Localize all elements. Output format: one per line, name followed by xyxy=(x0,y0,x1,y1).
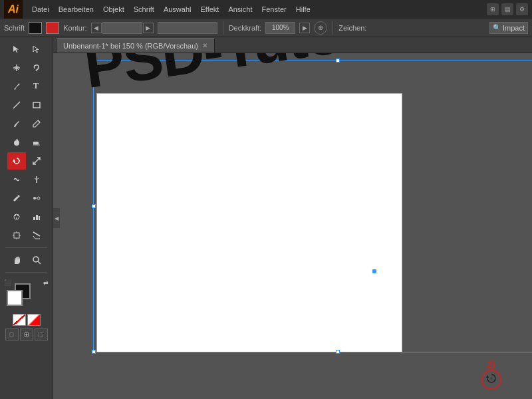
handle-bl[interactable] xyxy=(92,350,96,354)
anchor-point xyxy=(372,269,376,273)
handle-ml[interactable] xyxy=(92,204,96,208)
font-highlight-swatch[interactable] xyxy=(46,22,59,34)
arrange-icon[interactable]: ▤ xyxy=(501,3,513,15)
svg-rect-7 xyxy=(33,102,40,108)
tool-row-6 xyxy=(3,134,50,151)
line-tool[interactable] xyxy=(7,96,26,114)
kontur-arrow-right[interactable]: ▶ xyxy=(143,23,154,33)
separator-2 xyxy=(332,21,333,35)
toolbar-separator xyxy=(5,247,47,248)
tab-label: Unbenannt-1* bei 150 % (RGB/Vorschau) xyxy=(63,42,198,50)
workspace-icon[interactable]: ⊞ xyxy=(487,3,499,15)
artboard xyxy=(96,93,402,352)
menu-objekt[interactable]: Objekt xyxy=(99,4,128,15)
canvas-area: ◀ Unbenannt-1* bei 150 % (RGB/Vorschau) … xyxy=(53,37,532,399)
kontur-arrow-left[interactable]: ◀ xyxy=(91,23,102,33)
menu-ansicht[interactable]: Ansicht xyxy=(224,4,256,15)
pen-tool[interactable] xyxy=(7,78,26,95)
canvas[interactable]: PSD-Tutorial 2) xyxy=(53,53,532,399)
svg-point-38 xyxy=(490,377,493,380)
reset-colors-icon[interactable]: ⬛ xyxy=(4,279,11,286)
svg-rect-23 xyxy=(33,217,35,220)
svg-point-35 xyxy=(33,257,39,262)
draw-inside-icon[interactable]: ⊞ xyxy=(20,329,33,340)
blend-tool[interactable] xyxy=(27,190,46,207)
svg-point-9 xyxy=(14,140,19,146)
zoom-tool[interactable] xyxy=(27,251,46,269)
rect-tool[interactable] xyxy=(27,96,46,114)
svg-rect-25 xyxy=(39,216,40,220)
tool-row-10 xyxy=(3,208,50,225)
svg-line-31 xyxy=(33,232,40,236)
menu-effekt[interactable]: Effekt xyxy=(196,4,223,15)
menu-datei[interactable]: Datei xyxy=(28,4,53,15)
deckkraft-arrow[interactable]: ▶ xyxy=(299,23,310,33)
lasso-tool[interactable] xyxy=(27,59,46,76)
svg-point-4 xyxy=(18,84,19,85)
rotate-tool[interactable] xyxy=(7,152,26,170)
bridge-icon[interactable]: ⚙ xyxy=(516,3,528,15)
tool-row-2 xyxy=(3,59,50,76)
options-bar: Schrift Kontur: ◀ ▶ Deckkraft: ▶ ⊕ Zeich… xyxy=(0,19,532,37)
eyedropper-tool[interactable] xyxy=(7,190,26,207)
artboard-tool[interactable] xyxy=(7,227,26,244)
swap-colors-icon[interactable]: ⇄ xyxy=(43,279,49,286)
toolbar: T xyxy=(0,37,53,399)
eraser-tool[interactable] xyxy=(27,134,46,151)
type-tool[interactable]: T xyxy=(27,78,46,95)
menu-fenster[interactable]: Fenster xyxy=(257,4,290,15)
tool-row-1 xyxy=(3,41,50,58)
svg-point-21 xyxy=(17,215,19,216)
tab-close-button[interactable]: ✕ xyxy=(202,42,207,49)
font-size-dropdown[interactable] xyxy=(158,22,217,34)
warp-tool[interactable] xyxy=(7,171,26,188)
tool-row-9 xyxy=(3,190,50,207)
menu-schrift[interactable]: Schrift xyxy=(130,4,158,15)
kontur-dropdown[interactable] xyxy=(102,22,142,34)
svg-rect-26 xyxy=(14,233,19,238)
draw-mode-row: □ ⊞ ⬚ xyxy=(0,329,53,340)
scale-tool[interactable] xyxy=(27,152,46,170)
rotate-cursor-icon xyxy=(485,372,498,388)
svg-text:T: T xyxy=(33,81,39,90)
color-swatches-area: ⬛ ⇄ xyxy=(0,278,53,310)
width-tool[interactable] xyxy=(27,171,46,188)
style-button[interactable]: ⊕ xyxy=(314,21,327,35)
slice-tool[interactable] xyxy=(27,227,46,244)
menu-auswahl[interactable]: Auswahl xyxy=(160,4,196,15)
paintbrush-tool[interactable] xyxy=(7,115,26,132)
blob-brush-tool[interactable] xyxy=(7,134,26,151)
tool-row-5 xyxy=(3,115,50,132)
search-icon: 🔍 xyxy=(493,24,501,31)
column-graph-tool[interactable] xyxy=(27,208,46,225)
menu-bar: Datei Bearbeiten Objekt Schrift Auswahl … xyxy=(28,4,481,15)
menu-hilfe[interactable]: Hilfe xyxy=(292,4,315,15)
magic-wand-tool[interactable] xyxy=(7,59,26,76)
hand-tool[interactable] xyxy=(7,251,26,269)
svg-point-16 xyxy=(33,197,36,200)
svg-point-17 xyxy=(37,197,40,200)
font-color-swatch[interactable] xyxy=(29,22,42,34)
select-tool[interactable] xyxy=(7,41,26,58)
menu-bearbeiten[interactable]: Bearbeiten xyxy=(55,4,98,15)
draw-behind-icon[interactable]: ⬚ xyxy=(35,329,48,340)
svg-line-36 xyxy=(38,261,41,264)
background-color[interactable] xyxy=(7,290,23,306)
toolbar-separator-2 xyxy=(5,272,47,273)
color-options-swatch[interactable] xyxy=(27,314,41,326)
font-search[interactable]: 🔍 Impact xyxy=(489,22,528,34)
tool-row-7 xyxy=(3,152,50,170)
tool-row-3: T xyxy=(3,78,50,95)
tab-bar: Unbenannt-1* bei 150 % (RGB/Vorschau) ✕ xyxy=(53,37,532,53)
annotation-number: 2) xyxy=(487,359,495,370)
none-swatch[interactable] xyxy=(13,314,26,326)
deckkraft-input[interactable] xyxy=(265,22,295,34)
normal-mode-icon[interactable]: □ xyxy=(5,329,19,340)
svg-line-6 xyxy=(13,102,20,108)
separator-1 xyxy=(223,21,223,35)
direct-select-tool[interactable] xyxy=(27,41,46,58)
app-logo: Ai xyxy=(4,0,23,19)
pencil-tool[interactable] xyxy=(27,115,46,132)
document-tab[interactable]: Unbenannt-1* bei 150 % (RGB/Vorschau) ✕ xyxy=(56,38,215,53)
symbol-sprayer-tool[interactable] xyxy=(7,208,26,225)
